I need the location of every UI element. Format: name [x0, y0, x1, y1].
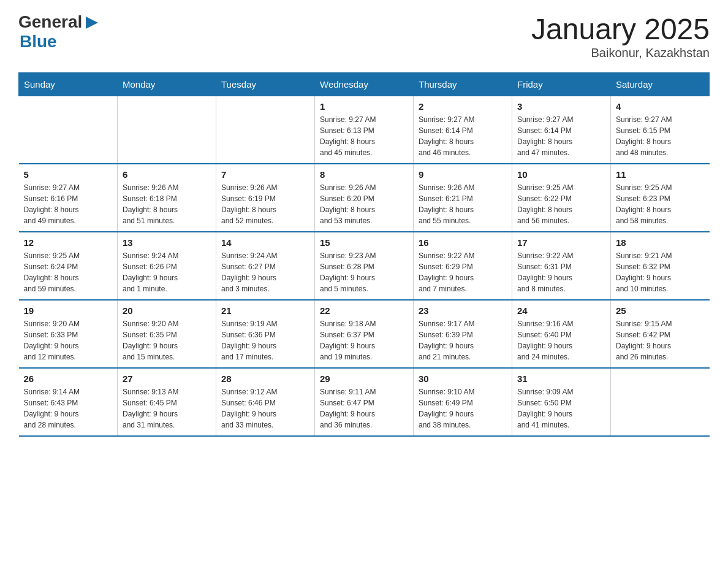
day-info: Sunrise: 9:24 AMSunset: 6:26 PMDaylight:… [123, 250, 211, 294]
calendar-cell: 17Sunrise: 9:22 AMSunset: 6:31 PMDayligh… [512, 232, 611, 300]
column-header-friday: Friday [512, 73, 611, 96]
day-info: Sunrise: 9:19 AMSunset: 6:36 PMDaylight:… [221, 318, 309, 362]
calendar-cell: 20Sunrise: 9:20 AMSunset: 6:35 PMDayligh… [118, 300, 216, 368]
day-info: Sunrise: 9:26 AMSunset: 6:18 PMDaylight:… [123, 182, 211, 226]
week-row-1: 1Sunrise: 9:27 AMSunset: 6:13 PMDaylight… [19, 96, 710, 164]
day-number: 24 [517, 305, 605, 316]
calendar-cell: 15Sunrise: 9:23 AMSunset: 6:28 PMDayligh… [315, 232, 414, 300]
day-number: 4 [616, 101, 705, 112]
day-number: 8 [320, 169, 408, 180]
day-number: 19 [24, 305, 113, 316]
day-info: Sunrise: 9:27 AMSunset: 6:15 PMDaylight:… [616, 114, 705, 158]
calendar-cell: 4Sunrise: 9:27 AMSunset: 6:15 PMDaylight… [611, 96, 710, 164]
calendar-cell [216, 96, 315, 164]
calendar-cell: 3Sunrise: 9:27 AMSunset: 6:14 PMDaylight… [512, 96, 611, 164]
day-info: Sunrise: 9:26 AMSunset: 6:20 PMDaylight:… [320, 182, 408, 226]
day-info: Sunrise: 9:12 AMSunset: 6:46 PMDaylight:… [221, 386, 309, 431]
calendar-cell: 6Sunrise: 9:26 AMSunset: 6:18 PMDaylight… [118, 164, 216, 232]
day-number: 1 [320, 101, 408, 112]
logo-triangle-icon [83, 14, 100, 31]
day-info: Sunrise: 9:15 AMSunset: 6:42 PMDaylight:… [616, 318, 705, 362]
day-info: Sunrise: 9:20 AMSunset: 6:35 PMDaylight:… [123, 318, 211, 362]
day-info: Sunrise: 9:11 AMSunset: 6:47 PMDaylight:… [320, 386, 408, 431]
day-number: 31 [517, 373, 605, 384]
day-number: 29 [320, 373, 408, 384]
day-number: 5 [24, 169, 113, 180]
calendar-cell: 14Sunrise: 9:24 AMSunset: 6:27 PMDayligh… [216, 232, 315, 300]
day-info: Sunrise: 9:25 AMSunset: 6:23 PMDaylight:… [616, 182, 705, 226]
calendar-cell: 13Sunrise: 9:24 AMSunset: 6:26 PMDayligh… [118, 232, 216, 300]
day-info: Sunrise: 9:10 AMSunset: 6:49 PMDaylight:… [419, 386, 507, 431]
day-number: 3 [517, 101, 605, 112]
calendar-table: SundayMondayTuesdayWednesdayThursdayFrid… [18, 72, 710, 437]
calendar-cell: 18Sunrise: 9:21 AMSunset: 6:32 PMDayligh… [611, 232, 710, 300]
calendar-cell: 28Sunrise: 9:12 AMSunset: 6:46 PMDayligh… [216, 368, 315, 436]
calendar-cell: 19Sunrise: 9:20 AMSunset: 6:33 PMDayligh… [19, 300, 118, 368]
calendar-cell: 1Sunrise: 9:27 AMSunset: 6:13 PMDaylight… [315, 96, 414, 164]
calendar-cell: 23Sunrise: 9:17 AMSunset: 6:39 PMDayligh… [414, 300, 512, 368]
day-number: 22 [320, 305, 408, 316]
day-number: 11 [616, 169, 705, 180]
svg-marker-0 [86, 17, 98, 29]
day-info: Sunrise: 9:24 AMSunset: 6:27 PMDaylight:… [221, 250, 309, 294]
column-header-wednesday: Wednesday [315, 73, 414, 96]
calendar-cell [19, 96, 118, 164]
day-number: 16 [419, 237, 507, 248]
calendar-cell: 7Sunrise: 9:26 AMSunset: 6:19 PMDaylight… [216, 164, 315, 232]
day-number: 6 [123, 169, 211, 180]
day-number: 26 [24, 373, 113, 384]
calendar-cell: 24Sunrise: 9:16 AMSunset: 6:40 PMDayligh… [512, 300, 611, 368]
day-info: Sunrise: 9:25 AMSunset: 6:22 PMDaylight:… [517, 182, 605, 226]
day-number: 23 [419, 305, 507, 316]
day-info: Sunrise: 9:27 AMSunset: 6:14 PMDaylight:… [517, 114, 605, 158]
column-header-sunday: Sunday [19, 73, 118, 96]
week-row-3: 12Sunrise: 9:25 AMSunset: 6:24 PMDayligh… [19, 232, 710, 300]
logo-text-blue: Blue [20, 32, 100, 52]
calendar-cell: 21Sunrise: 9:19 AMSunset: 6:36 PMDayligh… [216, 300, 315, 368]
calendar-cell [611, 368, 710, 436]
day-number: 20 [123, 305, 211, 316]
page-header: General Blue January 2025 Baikonur, Kaza… [18, 12, 710, 60]
day-number: 9 [419, 169, 507, 180]
calendar-cell: 22Sunrise: 9:18 AMSunset: 6:37 PMDayligh… [315, 300, 414, 368]
calendar-cell: 11Sunrise: 9:25 AMSunset: 6:23 PMDayligh… [611, 164, 710, 232]
day-info: Sunrise: 9:23 AMSunset: 6:28 PMDaylight:… [320, 250, 408, 294]
day-info: Sunrise: 9:26 AMSunset: 6:21 PMDaylight:… [419, 182, 507, 226]
calendar-cell: 27Sunrise: 9:13 AMSunset: 6:45 PMDayligh… [118, 368, 216, 436]
calendar-cell: 10Sunrise: 9:25 AMSunset: 6:22 PMDayligh… [512, 164, 611, 232]
day-info: Sunrise: 9:25 AMSunset: 6:24 PMDaylight:… [24, 250, 113, 294]
day-info: Sunrise: 9:09 AMSunset: 6:50 PMDaylight:… [517, 386, 605, 431]
calendar-cell: 26Sunrise: 9:14 AMSunset: 6:43 PMDayligh… [19, 368, 118, 436]
week-row-5: 26Sunrise: 9:14 AMSunset: 6:43 PMDayligh… [19, 368, 710, 436]
week-row-4: 19Sunrise: 9:20 AMSunset: 6:33 PMDayligh… [19, 300, 710, 368]
day-number: 10 [517, 169, 605, 180]
day-info: Sunrise: 9:27 AMSunset: 6:16 PMDaylight:… [24, 182, 113, 226]
day-number: 12 [24, 237, 113, 248]
day-info: Sunrise: 9:14 AMSunset: 6:43 PMDaylight:… [24, 386, 113, 431]
column-header-monday: Monday [118, 73, 216, 96]
day-info: Sunrise: 9:20 AMSunset: 6:33 PMDaylight:… [24, 318, 113, 362]
day-info: Sunrise: 9:22 AMSunset: 6:31 PMDaylight:… [517, 250, 605, 294]
day-info: Sunrise: 9:21 AMSunset: 6:32 PMDaylight:… [616, 250, 705, 294]
day-info: Sunrise: 9:27 AMSunset: 6:14 PMDaylight:… [419, 114, 507, 158]
calendar-cell: 30Sunrise: 9:10 AMSunset: 6:49 PMDayligh… [414, 368, 512, 436]
day-number: 21 [221, 305, 309, 316]
day-number: 7 [221, 169, 309, 180]
location: Baikonur, Kazakhstan [531, 46, 710, 60]
day-info: Sunrise: 9:27 AMSunset: 6:13 PMDaylight:… [320, 114, 408, 158]
calendar-cell: 29Sunrise: 9:11 AMSunset: 6:47 PMDayligh… [315, 368, 414, 436]
logo-text-general: General [18, 12, 82, 32]
week-row-2: 5Sunrise: 9:27 AMSunset: 6:16 PMDaylight… [19, 164, 710, 232]
day-number: 25 [616, 305, 705, 316]
month-title: January 2025 [531, 12, 710, 46]
day-info: Sunrise: 9:16 AMSunset: 6:40 PMDaylight:… [517, 318, 605, 362]
day-number: 27 [123, 373, 211, 384]
column-header-saturday: Saturday [611, 73, 710, 96]
calendar-cell: 25Sunrise: 9:15 AMSunset: 6:42 PMDayligh… [611, 300, 710, 368]
calendar-header-row: SundayMondayTuesdayWednesdayThursdayFrid… [19, 73, 710, 96]
day-number: 14 [221, 237, 309, 248]
day-number: 18 [616, 237, 705, 248]
calendar-cell: 5Sunrise: 9:27 AMSunset: 6:16 PMDaylight… [19, 164, 118, 232]
day-number: 13 [123, 237, 211, 248]
day-number: 2 [419, 101, 507, 112]
